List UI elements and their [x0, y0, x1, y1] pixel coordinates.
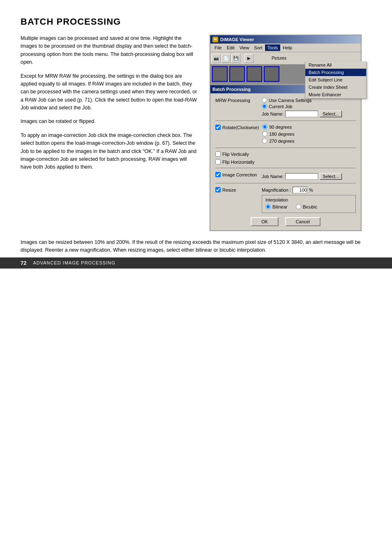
rotate-90-radio[interactable]	[262, 124, 267, 130]
thumb-3[interactable]	[247, 66, 262, 82]
dimage-window-title: DiMAGE Viewer	[220, 37, 254, 42]
paragraph-2: Except for MRW RAW file processing, the …	[21, 72, 197, 112]
flip-vert-row: Flip Vertically	[215, 151, 356, 157]
image-correction-options: Job Name: Select...	[262, 171, 356, 180]
menu-item-movie-enhancer[interactable]: Movie Enhancer	[305, 91, 366, 98]
interp-bilinear-label: Bilinear	[272, 204, 288, 209]
toolbar-btn-1[interactable]: 📷	[212, 54, 221, 63]
mrw-options: Use Camera Settings Current Job Job Name…	[262, 97, 356, 117]
rotate-270-label: 270 degrees	[269, 139, 294, 144]
image-correction-job-label: Job Name:	[262, 174, 284, 179]
rotate-row: Rotate(Clockwise) 90 degrees 180 degrees	[215, 124, 356, 144]
page-title: BATCH PROCESSING	[21, 16, 371, 27]
mrw-label: MRW Processing	[215, 97, 258, 103]
image-correction-label-cell: Image Correction	[215, 171, 258, 179]
dimage-logo-icon: M	[212, 37, 218, 42]
rotate-label-cell: Rotate(Clockwise)	[215, 124, 259, 132]
menu-edit[interactable]: Edit	[224, 44, 237, 51]
menu-item-create-index-sheet[interactable]: Create Index Sheet	[305, 83, 366, 91]
batch-dialog-body: MRW Processing Use Camera Settings Curre…	[210, 93, 361, 230]
rotate-label: Rotate(Clockwise)	[222, 125, 259, 130]
menu-help[interactable]: Help	[280, 44, 295, 51]
mrw-processing-row: MRW Processing Use Camera Settings Curre…	[215, 97, 356, 117]
menu-sort[interactable]: Sort	[251, 44, 265, 51]
menu-tools[interactable]: Tools	[265, 44, 281, 51]
interp-bicubic-radio[interactable]	[296, 204, 301, 209]
batch-dialog-buttons: OK Cancel	[215, 217, 356, 226]
menu-item-edit-subject-line[interactable]: Edit Subject Line	[305, 76, 366, 83]
footer-section-name: ADVANCED IMAGE PROCESSING	[33, 260, 115, 265]
page-footer: 72 ADVANCED IMAGE PROCESSING	[0, 257, 392, 269]
rotate-checkbox-row: Rotate(Clockwise)	[215, 125, 259, 130]
rotate-options: 90 degrees 180 degrees 270 degrees	[262, 124, 356, 144]
resize-checkbox[interactable]	[215, 187, 221, 192]
interp-bicubic: Bicubic	[296, 204, 317, 209]
divider-2	[215, 148, 356, 148]
image-correction-job-input[interactable]	[285, 173, 318, 180]
flip-horiz-label: Flip Horizontally	[222, 160, 254, 164]
paragraph-1: Multiple images can be processed and sav…	[21, 35, 197, 67]
mrw-job-name-row: Job Name: Select...	[262, 111, 356, 117]
paragraph-4: To apply an image-correction Job click t…	[21, 132, 197, 171]
interp-bilinear: Bilinear	[265, 204, 288, 209]
toolbar-btn-4[interactable]: ▶	[244, 54, 254, 63]
thumb-2[interactable]	[229, 66, 245, 82]
magnification-input[interactable]	[293, 187, 307, 193]
menu-view[interactable]: View	[237, 44, 252, 51]
dimage-titlebar: M DiMAGE Viewer	[210, 35, 361, 44]
magnification-row: Magnification : %	[262, 187, 356, 193]
rotate-90: 90 degrees	[262, 124, 356, 130]
resize-row: Resize Magnification : % Interpolation	[215, 187, 356, 213]
mrw-job-name-input[interactable]	[285, 111, 318, 117]
page: BATCH PROCESSING Multiple images can be …	[0, 0, 392, 277]
interpolation-title: Interpolation	[265, 198, 352, 202]
image-correction-row: Image Correction Job Name: Select...	[215, 171, 356, 180]
flip-horiz-checkbox[interactable]	[215, 159, 221, 164]
cancel-button[interactable]: Cancel	[285, 217, 321, 226]
resize-label-cell: Resize	[215, 187, 258, 194]
batch-processing-dialog: Batch Processing × MRW Processing Use Ca…	[210, 84, 362, 231]
paragraph-3: Images can be rotated or flipped.	[21, 118, 197, 125]
thumb-1[interactable]	[212, 66, 228, 82]
toolbar-btn-3[interactable]: 💾	[231, 54, 240, 63]
dimage-menubar: File Edit View Sort Tools Help	[210, 44, 361, 52]
resize-label: Resize	[222, 188, 236, 192]
content-area: Multiple images can be processed and sav…	[21, 35, 371, 231]
image-correction-label: Image Correction	[222, 172, 257, 177]
rotate-270-radio[interactable]	[262, 138, 267, 144]
image-correction-select-btn[interactable]: Select...	[320, 173, 342, 180]
magnification-label: Magnification :	[262, 188, 291, 192]
image-correction-checkbox[interactable]	[215, 172, 221, 177]
flip-vert-label: Flip Vertically	[222, 152, 249, 157]
rotate-180: 180 degrees	[262, 131, 356, 137]
mrw-current-job: Current Job	[262, 104, 356, 109]
rotate-checkbox[interactable]	[215, 125, 221, 130]
thumb-4[interactable]	[264, 66, 279, 82]
toolbar-btn-2[interactable]: 📄	[221, 54, 231, 63]
menu-item-batch-processing[interactable]: Batch Processing	[305, 69, 366, 76]
mrw-select-btn[interactable]: Select...	[320, 111, 342, 117]
rotate-180-label: 180 degrees	[269, 132, 294, 137]
rotate-180-radio[interactable]	[262, 131, 267, 137]
footer-page-number: 72	[21, 260, 26, 266]
resize-options: Magnification : % Interpolation Bilinear	[262, 187, 356, 213]
image-correction-job-name-row: Job Name: Select...	[262, 173, 356, 180]
menu-file[interactable]: File	[212, 44, 224, 51]
mrw-current-job-radio[interactable]	[262, 104, 267, 109]
flip-vert-checkbox[interactable]	[215, 151, 221, 157]
menu-item-rename-all[interactable]: Rename All	[305, 61, 366, 69]
left-column: Multiple images can be processed and sav…	[21, 35, 197, 177]
mrw-use-camera-radio[interactable]	[262, 97, 267, 103]
interp-bicubic-label: Bicubic	[303, 204, 317, 209]
ok-button[interactable]: OK	[251, 217, 279, 226]
divider-1	[215, 120, 356, 121]
interpolation-options: Bilinear Bicubic	[265, 204, 352, 210]
image-correction-checkbox-row: Image Correction	[215, 172, 258, 177]
interpolation-box: Interpolation Bilinear Bicubic	[262, 195, 356, 213]
paragraph-5: Images can be resized between 10% and 20…	[21, 239, 371, 255]
resize-checkbox-row: Resize	[215, 187, 258, 192]
percent-symbol: %	[309, 188, 313, 192]
interp-bilinear-radio[interactable]	[265, 204, 271, 209]
divider-3	[215, 168, 356, 168]
rotate-270: 270 degrees	[262, 138, 356, 144]
